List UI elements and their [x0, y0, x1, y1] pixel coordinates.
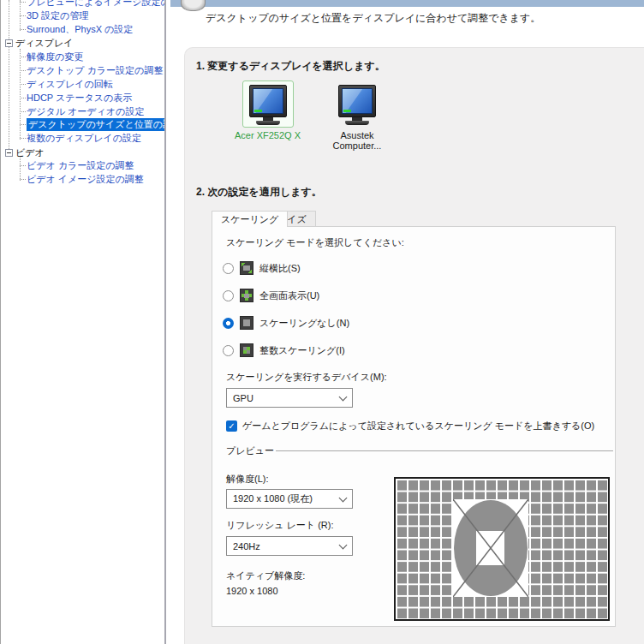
- sidebar-item-video-image[interactable]: ビデオ イメージ設定の調整: [1, 173, 144, 186]
- resolution-label: 解像度(L):: [226, 473, 269, 486]
- radio-integer-scaling[interactable]: 整数スケーリング(I): [223, 343, 345, 358]
- no-scaling-icon: [240, 316, 253, 330]
- scaling-device-select[interactable]: GPU: [226, 388, 353, 408]
- monitor-icon: [338, 85, 376, 117]
- display-name: Asustek Computer...: [320, 130, 394, 151]
- display-selection-frame: [331, 80, 383, 128]
- refresh-rate-label: リフレッシュ レート (R):: [226, 519, 334, 532]
- sidebar-item-change-resolution[interactable]: 解像度の変更: [1, 51, 83, 63]
- native-resolution-label: ネイティブ解像度:: [226, 569, 305, 582]
- collapse-icon[interactable]: [5, 149, 13, 157]
- chevron-down-icon: [339, 392, 348, 401]
- radio-no-scaling[interactable]: スケーリングなし(N): [223, 315, 349, 331]
- scaling-mode-prompt: スケーリング モードを選択してください:: [226, 236, 404, 249]
- radio-icon-selected[interactable]: [223, 318, 234, 329]
- preview-group-label: プレビュー: [226, 444, 274, 457]
- resolution-select[interactable]: 1920 x 1080 (現在): [226, 489, 353, 509]
- section2-title: 2. 次の設定を適用します。: [196, 185, 322, 200]
- native-resolution-value: 1920 x 1080: [226, 586, 278, 596]
- page-description: デスクトップのサイズと位置をディスプレイに合わせて調整できます。: [206, 11, 540, 26]
- preview-group-line: [276, 450, 613, 451]
- settings-panel: 1. 変更するディスプレイを選択します。 Acer XF252Q X: [184, 47, 644, 644]
- monitor-taskbar: [254, 110, 262, 112]
- sidebar-item-hdcp-status[interactable]: HDCP ステータスの表示: [1, 92, 132, 104]
- display-name: Acer XF252Q X: [235, 130, 301, 140]
- scaling-tab-panel: スケーリング モードを選択してください: 縦横比(S) 全画面表示(U) スケー…: [212, 226, 616, 627]
- pattern-x-lines: [453, 499, 528, 597]
- radio-icon[interactable]: [223, 290, 234, 301]
- display-item-asustek[interactable]: Asustek Computer...: [320, 80, 394, 151]
- chevron-down-icon: [339, 540, 348, 549]
- sidebar-item-desktop-size-position[interactable]: デスクトップのサイズと位置の調整: [1, 118, 165, 131]
- override-scaling-checkbox-row[interactable]: ゲームとプログラムによって設定されているスケーリング モードを上書きする(O): [226, 420, 594, 432]
- integer-scaling-icon: [240, 343, 253, 357]
- sidebar-item-surround-physx[interactable]: Surround、PhysX の設定: [1, 23, 133, 36]
- monitor-screen: [253, 88, 283, 114]
- scaling-preview-pattern: [394, 477, 610, 621]
- checkbox-checked-icon[interactable]: [226, 420, 237, 432]
- sidebar-item-display-rotation[interactable]: ディスプレイの回転: [1, 78, 113, 91]
- nvidia-control-panel-window: プレビューによるイメージ設定の調整 3D 設定の管理 Surround、Phys…: [0, 0, 644, 644]
- display-item-acer[interactable]: Acer XF252Q X: [235, 80, 301, 140]
- header-bar: [170, 0, 644, 7]
- sidebar-item-video-color[interactable]: ビデオ カラー設定の調整: [1, 159, 134, 172]
- radio-icon[interactable]: [223, 263, 234, 274]
- fullscreen-icon: [240, 289, 253, 302]
- monitor-base: [256, 121, 280, 125]
- sidebar-item-digital-audio[interactable]: デジタル オーディオの設定: [1, 105, 144, 118]
- radio-fullscreen[interactable]: 全画面表示(U): [223, 288, 319, 303]
- collapse-icon[interactable]: [5, 39, 13, 47]
- sidebar-item-desktop-color[interactable]: デスクトップ カラー設定の調整: [1, 64, 163, 77]
- monitor-taskbar: [343, 110, 351, 112]
- sidebar-item-preview-image-settings[interactable]: プレビューによるイメージ設定の調整: [1, 0, 165, 9]
- sidebar-item-3d-settings-manage[interactable]: 3D 設定の管理: [1, 9, 88, 22]
- sidebar-category-display[interactable]: ディスプレイ: [1, 37, 74, 50]
- scaling-device-label: スケーリングを実行するデバイス(M):: [226, 371, 387, 384]
- chevron-down-icon: [339, 493, 348, 502]
- monitor-icon: [249, 85, 287, 117]
- radio-aspect-ratio[interactable]: 縦横比(S): [223, 260, 301, 276]
- section1-title: 1. 変更するディスプレイを選択します。: [196, 59, 385, 74]
- content-pane: デスクトップのサイズと位置をディスプレイに合わせて調整できます。 1. 変更する…: [170, 0, 644, 644]
- settings-tree: プレビューによるイメージ設定の調整 3D 設定の管理 Surround、Phys…: [0, 0, 165, 644]
- sidebar-item-multiple-displays[interactable]: 複数のディスプレイの設定: [1, 132, 141, 145]
- monitor-icon-partial: [181, 0, 206, 11]
- monitor-screen: [342, 88, 373, 114]
- sidebar-category-video[interactable]: ビデオ: [1, 146, 45, 159]
- display-selection-frame: [242, 80, 294, 128]
- pattern-center-square: [453, 499, 528, 597]
- monitor-base: [345, 121, 369, 125]
- aspect-ratio-icon: [240, 261, 253, 275]
- tab-scaling[interactable]: スケーリング: [212, 211, 288, 227]
- refresh-rate-select[interactable]: 240Hz: [226, 536, 353, 556]
- radio-icon[interactable]: [223, 345, 234, 356]
